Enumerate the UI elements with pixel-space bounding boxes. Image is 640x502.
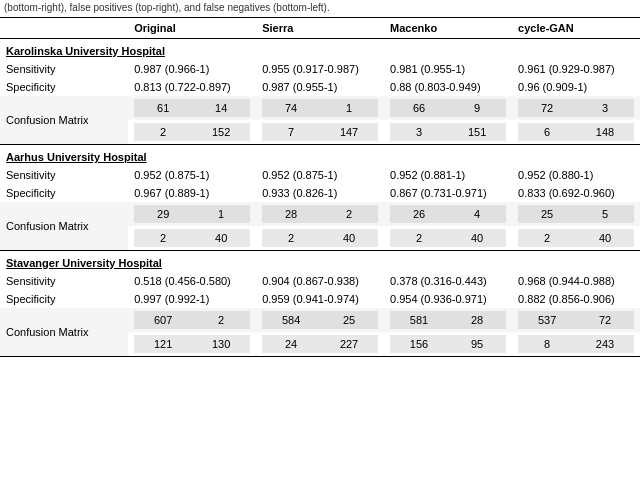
col-header-original: Original: [128, 18, 256, 39]
specificity-label: Specificity: [0, 290, 128, 308]
sensitivity-macenko-0: 0.981 (0.955-1): [384, 60, 512, 78]
sensitivity-row-0: Sensitivity 0.987 (0.966-1) 0.955 (0.917…: [0, 60, 640, 78]
cm-original-bl-0: 2152: [128, 120, 256, 145]
sensitivity-label: Sensitivity: [0, 60, 128, 78]
cm-original-bl-2: 121130: [128, 332, 256, 357]
cm-macenko-bl-2: 15695: [384, 332, 512, 357]
col-header-empty: [0, 18, 128, 39]
sensitivity-sierra-0: 0.955 (0.917-0.987): [256, 60, 384, 78]
sensitivity-row-2: Sensitivity 0.518 (0.456-0.580) 0.904 (0…: [0, 272, 640, 290]
cm-macenko-bl-1: 240: [384, 226, 512, 251]
col-header-cycleGAN: cycle-GAN: [512, 18, 640, 39]
col-header-sierra: Sierra: [256, 18, 384, 39]
specificity-macenko-1: 0.867 (0.731-0.971): [384, 184, 512, 202]
sensitivity-sierra-1: 0.952 (0.875-1): [256, 166, 384, 184]
cm-sierra-tl-1: 282: [256, 202, 384, 226]
specificity-sierra-1: 0.933 (0.826-1): [256, 184, 384, 202]
sensitivity-original-1: 0.952 (0.875-1): [128, 166, 256, 184]
sensitivity-label: Sensitivity: [0, 166, 128, 184]
cm-label-2: Confusion Matrix: [0, 308, 128, 357]
specificity-label: Specificity: [0, 78, 128, 96]
cm-macenko-tl-1: 264: [384, 202, 512, 226]
col-header-macenko: Macenko: [384, 18, 512, 39]
specificity-row-1: Specificity 0.967 (0.889-1) 0.933 (0.826…: [0, 184, 640, 202]
sensitivity-cycleGAN-0: 0.961 (0.929-0.987): [512, 60, 640, 78]
cm-original-tl-1: 291: [128, 202, 256, 226]
cm-label-1: Confusion Matrix: [0, 202, 128, 251]
cm-original-tl-0: 6114: [128, 96, 256, 120]
cm-top-row-2: Confusion Matrix6072584255812853772: [0, 308, 640, 332]
sensitivity-original-2: 0.518 (0.456-0.580): [128, 272, 256, 290]
cm-sierra-bl-2: 24227: [256, 332, 384, 357]
sensitivity-macenko-2: 0.378 (0.316-0.443): [384, 272, 512, 290]
sensitivity-cycleGAN-2: 0.968 (0.944-0.988): [512, 272, 640, 290]
sensitivity-macenko-1: 0.952 (0.881-1): [384, 166, 512, 184]
section-header-2: Stavanger University Hospital: [0, 251, 640, 273]
column-header-row: Original Sierra Macenko cycle-GAN: [0, 18, 640, 39]
cm-sierra-tl-2: 58425: [256, 308, 384, 332]
cm-original-tl-2: 6072: [128, 308, 256, 332]
specificity-label: Specificity: [0, 184, 128, 202]
cm-sierra-bl-0: 7147: [256, 120, 384, 145]
section-header-0: Karolinska University Hospital: [0, 39, 640, 61]
sensitivity-cycleGAN-1: 0.952 (0.880-1): [512, 166, 640, 184]
cm-original-bl-1: 240: [128, 226, 256, 251]
cm-cycleGAN-bl-0: 6148: [512, 120, 640, 145]
cm-top-row-1: Confusion Matrix291282264255: [0, 202, 640, 226]
specificity-cycleGAN-2: 0.882 (0.856-0.906): [512, 290, 640, 308]
sensitivity-sierra-2: 0.904 (0.867-0.938): [256, 272, 384, 290]
intro-text: (bottom-right), false positives (top-rig…: [0, 0, 640, 17]
specificity-row-2: Specificity 0.997 (0.992-1) 0.959 (0.941…: [0, 290, 640, 308]
cm-cycleGAN-bl-2: 8243: [512, 332, 640, 357]
cm-macenko-tl-0: 669: [384, 96, 512, 120]
specificity-macenko-0: 0.88 (0.803-0.949): [384, 78, 512, 96]
cm-label-0: Confusion Matrix: [0, 96, 128, 145]
specificity-sierra-0: 0.987 (0.955-1): [256, 78, 384, 96]
cm-cycleGAN-tl-2: 53772: [512, 308, 640, 332]
cm-cycleGAN-tl-0: 723: [512, 96, 640, 120]
specificity-original-1: 0.967 (0.889-1): [128, 184, 256, 202]
cm-macenko-tl-2: 58128: [384, 308, 512, 332]
main-table: Original Sierra Macenko cycle-GAN Karoli…: [0, 17, 640, 357]
specificity-cycleGAN-1: 0.833 (0.692-0.960): [512, 184, 640, 202]
sensitivity-label: Sensitivity: [0, 272, 128, 290]
cm-sierra-bl-1: 240: [256, 226, 384, 251]
cm-sierra-tl-0: 741: [256, 96, 384, 120]
sensitivity-original-0: 0.987 (0.966-1): [128, 60, 256, 78]
specificity-sierra-2: 0.959 (0.941-0.974): [256, 290, 384, 308]
specificity-row-0: Specificity 0.813 (0.722-0.897) 0.987 (0…: [0, 78, 640, 96]
cm-cycleGAN-tl-1: 255: [512, 202, 640, 226]
section-header-1: Aarhus University Hospital: [0, 145, 640, 167]
specificity-macenko-2: 0.954 (0.936-0.971): [384, 290, 512, 308]
cm-macenko-bl-0: 3151: [384, 120, 512, 145]
specificity-original-0: 0.813 (0.722-0.897): [128, 78, 256, 96]
cm-top-row-0: Confusion Matrix6114741669723: [0, 96, 640, 120]
cm-cycleGAN-bl-1: 240: [512, 226, 640, 251]
specificity-original-2: 0.997 (0.992-1): [128, 290, 256, 308]
sensitivity-row-1: Sensitivity 0.952 (0.875-1) 0.952 (0.875…: [0, 166, 640, 184]
specificity-cycleGAN-0: 0.96 (0.909-1): [512, 78, 640, 96]
